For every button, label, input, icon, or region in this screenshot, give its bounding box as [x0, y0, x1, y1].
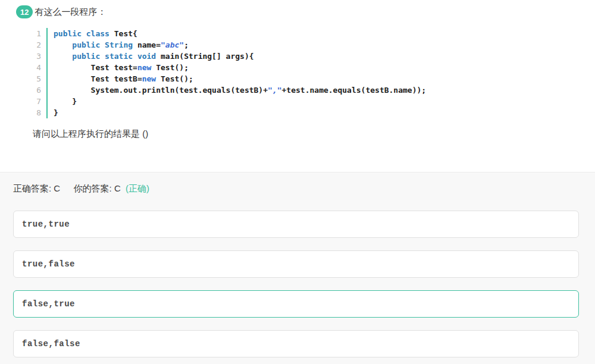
- result-line: 正确答案: C 你的答案: C (正确): [13, 183, 595, 194]
- your-answer-value: C: [114, 183, 121, 193]
- your-answer-label: 你的答案:: [74, 183, 112, 193]
- answer-section: 正确答案: C 你的答案: C (正确) true,truetrue,false…: [0, 172, 595, 364]
- code-text: }: [48, 96, 77, 107]
- code-line: 3 public static void main(String[] args)…: [36, 51, 595, 62]
- line-number: 2: [36, 39, 48, 51]
- question-title: 有这么一段程序：: [35, 7, 106, 18]
- line-number: 6: [36, 84, 48, 96]
- correct-answer-value: C: [54, 183, 60, 193]
- line-number: 8: [36, 107, 48, 118]
- code-line: 2 public String name="abc";: [36, 39, 595, 51]
- code-line: 8}: [36, 107, 595, 118]
- code-text: public static void main(String[] args){: [48, 51, 254, 62]
- code-text: public class Test{: [48, 28, 137, 39]
- code-line: 4 Test test=new Test();: [36, 62, 595, 73]
- code-text: }: [48, 107, 58, 118]
- correct-answer-label: 正确答案:: [13, 183, 51, 193]
- code-block: 1public class Test{2 public String name=…: [36, 28, 595, 118]
- code-line: 1public class Test{: [36, 28, 595, 39]
- code-line: 6 System.out.println(test.equals(testB)+…: [36, 84, 595, 96]
- code-text: public String name="abc";: [48, 39, 189, 51]
- options-list: true,truetrue,falsefalse,truefalse,false: [13, 211, 582, 357]
- code-text: Test test=new Test();: [48, 62, 189, 73]
- line-number: 5: [36, 73, 48, 84]
- answer-option[interactable]: false,true: [13, 290, 579, 318]
- code-text: Test testB=new Test();: [48, 73, 193, 84]
- question-prompt: 请问以上程序执行的结果是 (): [33, 128, 595, 140]
- answer-option[interactable]: false,false: [13, 330, 579, 357]
- question-header: 12 有这么一段程序：: [16, 5, 595, 18]
- line-number: 3: [36, 51, 48, 62]
- line-number: 7: [36, 96, 48, 107]
- answer-option[interactable]: true,true: [13, 211, 579, 238]
- line-number: 4: [36, 62, 48, 73]
- question-number-badge: 12: [16, 5, 33, 18]
- code-line: 5 Test testB=new Test();: [36, 73, 595, 84]
- verdict-badge: (正确): [126, 183, 149, 193]
- question-section: 12 有这么一段程序： 1public class Test{2 public …: [0, 0, 595, 172]
- answer-option[interactable]: true,false: [13, 250, 579, 278]
- line-number: 1: [36, 28, 48, 39]
- code-text: System.out.println(test.equals(testB)+",…: [48, 84, 426, 96]
- code-line: 7 }: [36, 96, 595, 107]
